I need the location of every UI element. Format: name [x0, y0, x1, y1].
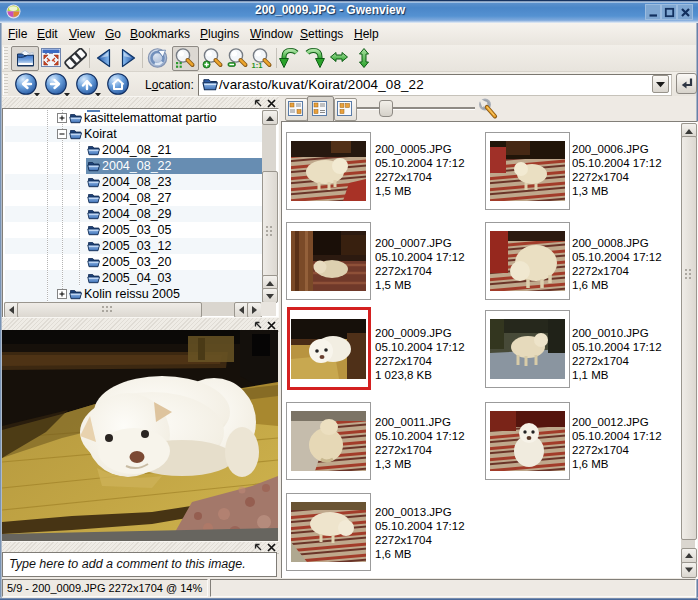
- svg-text:1:1: 1:1: [252, 61, 263, 69]
